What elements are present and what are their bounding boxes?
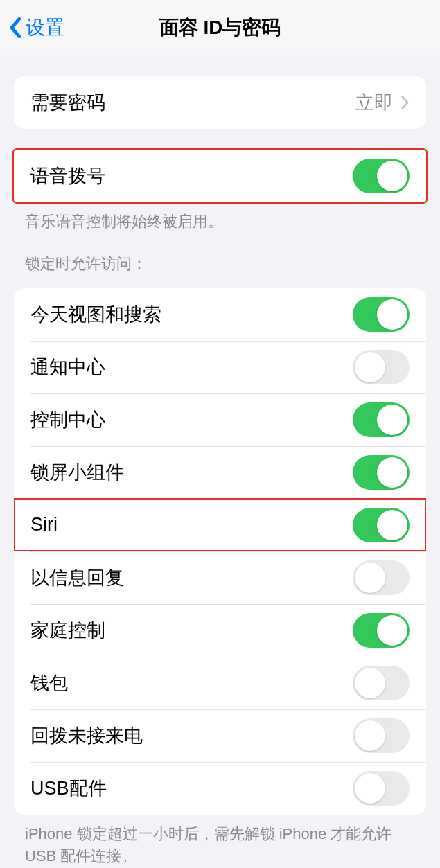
lock-access-label: 今天视图和搜索 xyxy=(30,302,161,327)
lock-access-row: 通知中心 xyxy=(14,341,426,393)
toggle-knob xyxy=(355,352,385,382)
lock-access-label: USB配件 xyxy=(30,776,107,801)
lock-access-toggle[interactable] xyxy=(353,718,410,753)
toggle-knob xyxy=(377,615,407,646)
lock-access-toggle[interactable] xyxy=(353,560,410,595)
lock-access-label: 家庭控制 xyxy=(30,618,105,643)
lock-access-label: 钱包 xyxy=(30,671,68,696)
lock-access-row: USB配件 xyxy=(14,762,426,815)
toggle-knob xyxy=(377,405,407,435)
voice-dial-group: 语音拨号 xyxy=(14,150,426,202)
toggle-knob xyxy=(355,720,385,751)
lock-access-label: 回拨未接来电 xyxy=(30,723,143,748)
voice-dial-label: 语音拨号 xyxy=(30,163,105,188)
lock-access-row: 控制中心 xyxy=(14,393,426,446)
lock-access-header: 锁定时允许访问： xyxy=(0,233,440,281)
lock-access-row: 家庭控制 xyxy=(14,604,426,657)
lock-access-row: 今天视图和搜索 xyxy=(14,288,426,341)
lock-access-row: 回拨未接来电 xyxy=(14,709,426,762)
lock-access-toggle[interactable] xyxy=(353,613,410,648)
lock-access-group: 今天视图和搜索通知中心控制中心锁屏小组件Siri以信息回复家庭控制钱包回拨未接来… xyxy=(14,288,426,815)
chevron-left-icon xyxy=(8,17,21,39)
lock-access-toggle[interactable] xyxy=(353,350,410,384)
toggle-knob xyxy=(355,563,385,593)
toggle-knob xyxy=(377,510,407,540)
lock-access-label: 通知中心 xyxy=(30,355,105,380)
voice-dial-row: 语音拨号 xyxy=(14,150,426,202)
navigation-bar: 设置 面容 ID与密码 xyxy=(0,0,440,55)
back-label: 设置 xyxy=(26,15,64,41)
lock-access-row: 锁屏小组件 xyxy=(14,446,426,499)
toggle-knob xyxy=(355,668,385,698)
require-passcode-label: 需要密码 xyxy=(30,90,105,115)
toggle-knob xyxy=(377,299,407,330)
voice-dial-footer: 音乐语音控制将始终被启用。 xyxy=(0,202,440,233)
lock-access-toggle[interactable] xyxy=(353,455,410,490)
lock-access-toggle[interactable] xyxy=(353,771,410,806)
back-button[interactable]: 设置 xyxy=(0,15,64,41)
toggle-knob xyxy=(355,773,385,804)
lock-access-label: 锁屏小组件 xyxy=(30,460,124,485)
lock-access-toggle[interactable] xyxy=(353,297,410,332)
passcode-group: 需要密码 立即 xyxy=(14,76,426,129)
toggle-knob xyxy=(377,457,407,488)
toggle-knob xyxy=(377,161,407,191)
lock-access-toggle[interactable] xyxy=(353,402,410,437)
lock-access-toggle[interactable] xyxy=(353,666,410,700)
require-passcode-value: 立即 xyxy=(355,90,393,115)
page-title: 面容 ID与密码 xyxy=(159,15,281,41)
lock-access-label: 以信息回复 xyxy=(30,565,124,590)
lock-access-footer: iPhone 锁定超过一小时后，需先解锁 iPhone 才能允许USB 配件连接… xyxy=(0,815,440,867)
lock-access-row: 以信息回复 xyxy=(14,551,426,604)
lock-access-toggle[interactable] xyxy=(353,508,410,542)
require-passcode-row[interactable]: 需要密码 立即 xyxy=(14,76,426,129)
chevron-right-icon xyxy=(401,96,410,109)
voice-dial-toggle[interactable] xyxy=(353,159,410,193)
lock-access-row: Siri xyxy=(14,499,426,551)
lock-access-row: 钱包 xyxy=(14,657,426,709)
lock-access-label: Siri xyxy=(30,514,58,535)
lock-access-label: 控制中心 xyxy=(30,407,105,432)
